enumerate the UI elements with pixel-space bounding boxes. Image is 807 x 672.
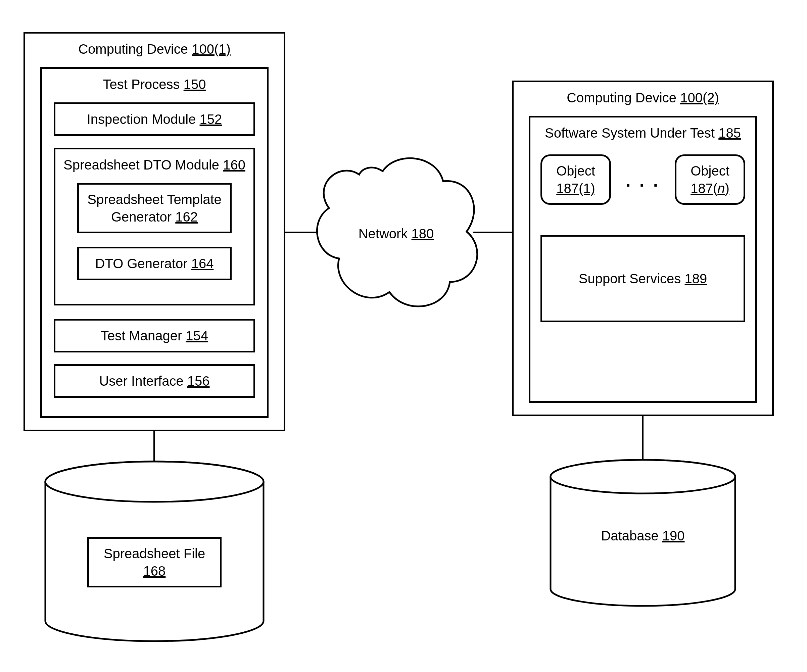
computing-device-2: Computing Device 100(2) Software System … bbox=[512, 81, 774, 416]
ellipsis: . . . bbox=[616, 169, 670, 192]
user-interface: User Interface 156 bbox=[54, 364, 255, 398]
device2-title-text: Computing Device bbox=[567, 90, 676, 105]
computing-device-2-title: Computing Device 100(2) bbox=[514, 89, 772, 106]
connector-network-device2 bbox=[473, 232, 514, 233]
network-label: Network 180 bbox=[336, 225, 457, 242]
test-manager: Test Manager 154 bbox=[54, 319, 255, 352]
database-text: Database bbox=[601, 528, 658, 543]
user-interface-ref: 156 bbox=[187, 373, 210, 388]
test-process-ref: 150 bbox=[184, 77, 206, 91]
test-manager-text: Test Manager bbox=[101, 328, 182, 343]
network-ref: 180 bbox=[412, 226, 434, 241]
object-last-label: Object 187(n) bbox=[691, 162, 729, 197]
test-process-text: Test Process bbox=[103, 77, 180, 91]
test-manager-label: Test Manager 154 bbox=[101, 327, 208, 344]
dto-generator-ref: 164 bbox=[191, 256, 214, 271]
test-process: Test Process 150 Inspection Module 152 S… bbox=[40, 67, 269, 418]
sut-ref: 185 bbox=[718, 126, 741, 140]
object-last-ref-suffix: ) bbox=[725, 181, 729, 196]
inspection-module-label: Inspection Module 152 bbox=[87, 110, 222, 128]
template-generator: Spreadsheet Template Generator 162 bbox=[77, 183, 232, 233]
svg-point-1 bbox=[45, 461, 264, 502]
object-first-label: Object 187(1) bbox=[556, 162, 595, 197]
dto-generator-label: DTO Generator 164 bbox=[95, 255, 214, 272]
support-services: Support Services 189 bbox=[540, 235, 745, 322]
object-first-text: Object bbox=[556, 163, 595, 178]
computing-device-1-title: Computing Device 100(1) bbox=[25, 40, 284, 58]
database-ref: 190 bbox=[663, 528, 685, 543]
spreadsheet-file-label: Spreadsheet File 168 bbox=[104, 545, 205, 580]
template-generator-line2: Generator bbox=[111, 209, 171, 224]
dto-generator-text: DTO Generator bbox=[95, 256, 188, 271]
object-last-text: Object bbox=[691, 163, 729, 178]
user-interface-text: User Interface bbox=[99, 373, 183, 388]
object-last-ref-prefix: 187( bbox=[691, 181, 717, 196]
template-generator-line1: Spreadsheet Template bbox=[87, 192, 222, 207]
computing-device-1: Computing Device 100(1) Test Process 150… bbox=[23, 32, 286, 431]
user-interface-label: User Interface 156 bbox=[99, 372, 209, 390]
device1-title-text: Computing Device bbox=[78, 41, 188, 56]
inspection-module-text: Inspection Module bbox=[87, 112, 196, 126]
object-last-ref-n: n bbox=[717, 181, 725, 196]
support-services-label: Support Services 189 bbox=[579, 270, 707, 287]
template-generator-ref: 162 bbox=[175, 209, 198, 224]
dto-module: Spreadsheet DTO Module 160 Spreadsheet T… bbox=[54, 148, 255, 305]
device2-title-ref: 100(2) bbox=[680, 90, 719, 105]
svg-point-3 bbox=[551, 460, 735, 493]
sut-text: Software System Under Test bbox=[545, 126, 715, 140]
dto-module-title: Spreadsheet DTO Module 160 bbox=[55, 156, 254, 174]
software-system-under-test: Software System Under Test 185 Object 18… bbox=[529, 116, 757, 403]
support-services-ref: 189 bbox=[684, 271, 707, 286]
device1-title-ref: 100(1) bbox=[192, 41, 231, 56]
test-process-title: Test Process 150 bbox=[42, 76, 267, 93]
spreadsheet-file-text: Spreadsheet File bbox=[104, 546, 205, 561]
diagram-canvas: Computing Device 100(1) Test Process 150… bbox=[0, 0, 807, 672]
support-services-text: Support Services bbox=[579, 271, 681, 286]
template-generator-label: Spreadsheet Template Generator 162 bbox=[87, 191, 222, 226]
network-text: Network bbox=[359, 226, 408, 241]
sut-title: Software System Under Test 185 bbox=[530, 124, 755, 142]
dto-module-text: Spreadsheet DTO Module bbox=[63, 158, 219, 172]
test-manager-ref: 154 bbox=[186, 328, 208, 343]
database-label: Database 190 bbox=[549, 527, 737, 544]
dto-generator: DTO Generator 164 bbox=[77, 247, 232, 280]
inspection-module: Inspection Module 152 bbox=[54, 102, 255, 136]
object-first: Object 187(1) bbox=[540, 154, 611, 205]
spreadsheet-file-ref: 168 bbox=[143, 564, 166, 578]
object-last: Object 187(n) bbox=[675, 154, 745, 205]
spreadsheet-file: Spreadsheet File 168 bbox=[87, 537, 222, 587]
dto-module-ref: 160 bbox=[223, 158, 246, 172]
inspection-module-ref: 152 bbox=[200, 112, 222, 126]
object-first-ref: 187(1) bbox=[556, 181, 595, 196]
